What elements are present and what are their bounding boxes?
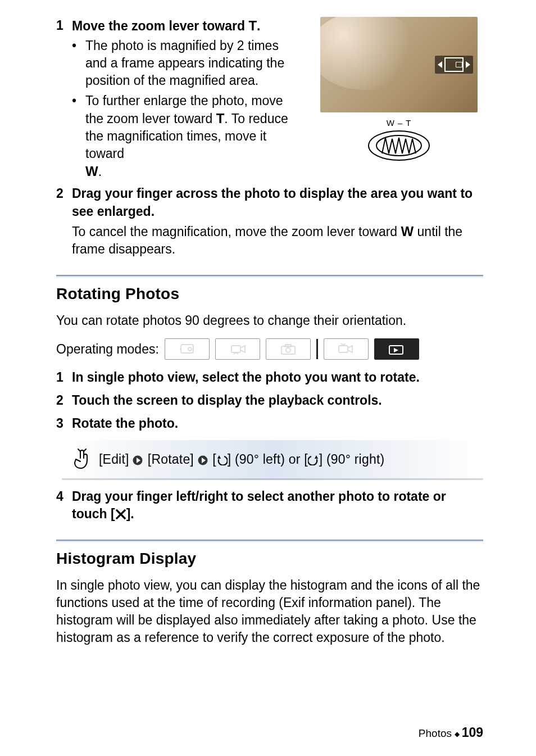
mode-movie-disabled [215, 338, 260, 360]
step1-bullet2-row: • To further enlarge the photo, move the… [72, 92, 303, 181]
callout-left: ] (90° left) or [ [228, 452, 308, 467]
photo-highlight [320, 17, 421, 90]
chevron-right-icon [198, 455, 209, 465]
rotate-step4-num: 4 [56, 488, 72, 505]
operating-modes-label: Operating modes: [56, 342, 159, 357]
mode-movie-play-disabled [324, 338, 369, 360]
callout-rotate: [Rotate] [148, 452, 194, 467]
rotate-intro: You can rotate photos 90 degrees to chan… [56, 312, 483, 329]
step2-heading-row: 2 Drag your finger across the photo to d… [56, 185, 483, 220]
rotate-step4: Drag your finger left/right to select an… [72, 488, 483, 523]
magnify-nav-overlay [435, 56, 473, 74]
step1-text: 1 Move the zoom lever toward T. • The ph… [56, 17, 303, 183]
mode-separator-icon [316, 339, 318, 359]
nav-right-icon [466, 61, 470, 68]
step1-bullet2-c: . [98, 164, 102, 179]
step1-bullet1: The photo is magnified by 2 times and a … [85, 37, 303, 89]
section-divider-icon [56, 275, 483, 277]
step2-body: To cancel the magnification, move the zo… [72, 223, 483, 258]
footer-page-number: 109 [462, 725, 483, 740]
step1-heading: Move the zoom lever toward T. [72, 17, 260, 35]
rotate-steps: 1 In single photo view, select the photo… [56, 369, 483, 432]
rotate-step4-b: ]. [126, 506, 134, 521]
svg-point-6 [286, 348, 290, 352]
operating-modes-row: Operating modes: [56, 338, 483, 360]
histogram-title: Histogram Display [56, 550, 483, 568]
rotate-step4-list: 4 Drag your finger left/right to select … [56, 488, 483, 523]
svg-point-3 [188, 347, 192, 351]
rotate-callout: [Edit] [Rotate] [] (90° left) or [] (90°… [62, 440, 483, 480]
callout-right: ] (90° right) [319, 452, 385, 467]
nav-frame-inner [456, 62, 462, 67]
svg-marker-16 [315, 455, 318, 459]
footer-section: Photos [419, 727, 452, 739]
tele-icon: T [216, 111, 225, 126]
step1-bullet2: To further enlarge the photo, move the z… [85, 92, 303, 181]
diamond-icon: ◆ [455, 730, 461, 738]
page: 1 Move the zoom lever toward T. • The ph… [0, 0, 536, 756]
tele-icon: T [248, 18, 257, 33]
mode-auto-disabled [165, 338, 210, 360]
step1-number: 1 [56, 17, 72, 34]
rotate-left-icon [216, 454, 228, 465]
rotate-step2-num: 2 [56, 392, 72, 409]
nav-left-icon [438, 61, 442, 68]
close-icon [115, 509, 126, 520]
step1-block: 1 Move the zoom lever toward T. • The ph… [56, 17, 483, 183]
rotate-callout-text: [Edit] [Rotate] [] (90° left) or [] (90°… [99, 452, 384, 467]
step1-bullet1-row: • The photo is magnified by 2 times and … [72, 37, 303, 89]
rotate-step3-num: 3 [56, 415, 72, 432]
nav-frame-icon [444, 57, 464, 72]
wide-icon: W [85, 164, 98, 179]
step1-heading-row: 1 Move the zoom lever toward T. [56, 17, 303, 35]
callout-edit: [Edit] [99, 452, 129, 467]
step2-heading: Drag your finger across the photo to dis… [72, 185, 483, 220]
svg-rect-4 [231, 346, 240, 352]
step1-figure: W – T [315, 17, 483, 162]
rotate-step1-row: 1 In single photo view, select the photo… [56, 369, 483, 386]
svg-marker-10 [394, 348, 398, 352]
rotate-step1: In single photo view, select the photo y… [72, 369, 420, 386]
rotate-step1-num: 1 [56, 369, 72, 386]
rotate-step4-row: 4 Drag your finger left/right to select … [56, 488, 483, 523]
wt-label: W – T [387, 118, 412, 128]
rotate-step3-row: 3 Rotate the photo. [56, 415, 483, 432]
step2-number: 2 [56, 185, 72, 202]
page-footer: Photos ◆ 109 [419, 725, 483, 740]
svg-marker-15 [217, 455, 221, 459]
rotate-step2-row: 2 Touch the screen to display the playba… [56, 392, 483, 409]
step1-heading-a: Move the zoom lever toward [72, 19, 248, 33]
rotate-right-icon [308, 454, 319, 465]
bullet-dot-icon: • [72, 37, 85, 55]
mode-photo-play-active [374, 338, 419, 360]
chevron-right-icon [133, 455, 144, 465]
touch-icon [73, 448, 92, 470]
bullet-dot-icon: • [72, 92, 85, 110]
step1-bullets: • The photo is magnified by 2 times and … [72, 37, 303, 180]
zoom-lever-icon [365, 129, 433, 162]
rotate-step3: Rotate the photo. [72, 415, 178, 432]
wide-icon: W [401, 224, 414, 239]
rotate-step2: Touch the screen to display the playback… [72, 392, 382, 409]
step2-body-a: To cancel the magnification, move the zo… [72, 224, 401, 239]
svg-rect-8 [339, 346, 348, 352]
mode-photo-disabled [266, 338, 311, 360]
section-divider-icon [56, 540, 483, 542]
sample-photo [320, 17, 478, 112]
step1-heading-b: . [257, 19, 260, 33]
histogram-para: In single photo view, you can display th… [56, 577, 483, 646]
rotate-section-title: Rotating Photos [56, 285, 483, 303]
